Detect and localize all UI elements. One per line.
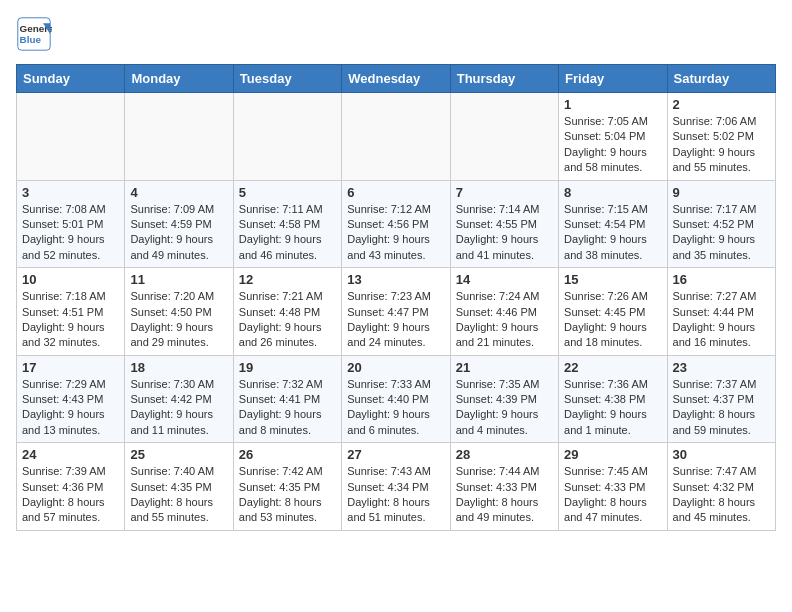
day-number: 6 <box>347 185 444 200</box>
calendar-cell: 6Sunrise: 7:12 AM Sunset: 4:56 PM Daylig… <box>342 180 450 268</box>
calendar-cell: 11Sunrise: 7:20 AM Sunset: 4:50 PM Dayli… <box>125 268 233 356</box>
day-number: 13 <box>347 272 444 287</box>
day-info: Sunrise: 7:37 AM Sunset: 4:37 PM Dayligh… <box>673 377 770 439</box>
calendar-cell: 10Sunrise: 7:18 AM Sunset: 4:51 PM Dayli… <box>17 268 125 356</box>
logo-icon: General Blue <box>16 16 52 52</box>
calendar-cell: 5Sunrise: 7:11 AM Sunset: 4:58 PM Daylig… <box>233 180 341 268</box>
day-info: Sunrise: 7:44 AM Sunset: 4:33 PM Dayligh… <box>456 464 553 526</box>
calendar-cell: 19Sunrise: 7:32 AM Sunset: 4:41 PM Dayli… <box>233 355 341 443</box>
day-info: Sunrise: 7:32 AM Sunset: 4:41 PM Dayligh… <box>239 377 336 439</box>
calendar-cell: 20Sunrise: 7:33 AM Sunset: 4:40 PM Dayli… <box>342 355 450 443</box>
calendar-body: 1Sunrise: 7:05 AM Sunset: 5:04 PM Daylig… <box>17 93 776 531</box>
day-info: Sunrise: 7:26 AM Sunset: 4:45 PM Dayligh… <box>564 289 661 351</box>
calendar-cell <box>125 93 233 181</box>
calendar-cell: 24Sunrise: 7:39 AM Sunset: 4:36 PM Dayli… <box>17 443 125 531</box>
calendar-cell <box>17 93 125 181</box>
day-info: Sunrise: 7:11 AM Sunset: 4:58 PM Dayligh… <box>239 202 336 264</box>
calendar-cell: 7Sunrise: 7:14 AM Sunset: 4:55 PM Daylig… <box>450 180 558 268</box>
day-number: 17 <box>22 360 119 375</box>
day-info: Sunrise: 7:36 AM Sunset: 4:38 PM Dayligh… <box>564 377 661 439</box>
calendar-cell: 28Sunrise: 7:44 AM Sunset: 4:33 PM Dayli… <box>450 443 558 531</box>
day-number: 10 <box>22 272 119 287</box>
day-number: 14 <box>456 272 553 287</box>
week-row-5: 24Sunrise: 7:39 AM Sunset: 4:36 PM Dayli… <box>17 443 776 531</box>
weekday-saturday: Saturday <box>667 65 775 93</box>
calendar-cell: 25Sunrise: 7:40 AM Sunset: 4:35 PM Dayli… <box>125 443 233 531</box>
day-number: 25 <box>130 447 227 462</box>
day-info: Sunrise: 7:43 AM Sunset: 4:34 PM Dayligh… <box>347 464 444 526</box>
weekday-header-row: SundayMondayTuesdayWednesdayThursdayFrid… <box>17 65 776 93</box>
day-number: 29 <box>564 447 661 462</box>
day-number: 20 <box>347 360 444 375</box>
weekday-thursday: Thursday <box>450 65 558 93</box>
weekday-friday: Friday <box>559 65 667 93</box>
day-number: 9 <box>673 185 770 200</box>
day-info: Sunrise: 7:29 AM Sunset: 4:43 PM Dayligh… <box>22 377 119 439</box>
calendar-cell: 27Sunrise: 7:43 AM Sunset: 4:34 PM Dayli… <box>342 443 450 531</box>
calendar-cell: 21Sunrise: 7:35 AM Sunset: 4:39 PM Dayli… <box>450 355 558 443</box>
day-info: Sunrise: 7:47 AM Sunset: 4:32 PM Dayligh… <box>673 464 770 526</box>
weekday-sunday: Sunday <box>17 65 125 93</box>
day-number: 21 <box>456 360 553 375</box>
day-number: 30 <box>673 447 770 462</box>
calendar-cell: 1Sunrise: 7:05 AM Sunset: 5:04 PM Daylig… <box>559 93 667 181</box>
day-number: 7 <box>456 185 553 200</box>
calendar-cell <box>450 93 558 181</box>
day-number: 4 <box>130 185 227 200</box>
calendar-cell: 2Sunrise: 7:06 AM Sunset: 5:02 PM Daylig… <box>667 93 775 181</box>
day-number: 28 <box>456 447 553 462</box>
day-number: 16 <box>673 272 770 287</box>
weekday-tuesday: Tuesday <box>233 65 341 93</box>
calendar-cell: 12Sunrise: 7:21 AM Sunset: 4:48 PM Dayli… <box>233 268 341 356</box>
day-number: 12 <box>239 272 336 287</box>
calendar-cell: 18Sunrise: 7:30 AM Sunset: 4:42 PM Dayli… <box>125 355 233 443</box>
week-row-1: 1Sunrise: 7:05 AM Sunset: 5:04 PM Daylig… <box>17 93 776 181</box>
day-number: 11 <box>130 272 227 287</box>
calendar-cell: 8Sunrise: 7:15 AM Sunset: 4:54 PM Daylig… <box>559 180 667 268</box>
day-info: Sunrise: 7:23 AM Sunset: 4:47 PM Dayligh… <box>347 289 444 351</box>
calendar-cell: 30Sunrise: 7:47 AM Sunset: 4:32 PM Dayli… <box>667 443 775 531</box>
calendar-cell: 13Sunrise: 7:23 AM Sunset: 4:47 PM Dayli… <box>342 268 450 356</box>
day-number: 1 <box>564 97 661 112</box>
calendar-cell: 23Sunrise: 7:37 AM Sunset: 4:37 PM Dayli… <box>667 355 775 443</box>
day-info: Sunrise: 7:18 AM Sunset: 4:51 PM Dayligh… <box>22 289 119 351</box>
day-info: Sunrise: 7:09 AM Sunset: 4:59 PM Dayligh… <box>130 202 227 264</box>
day-info: Sunrise: 7:21 AM Sunset: 4:48 PM Dayligh… <box>239 289 336 351</box>
day-number: 27 <box>347 447 444 462</box>
day-info: Sunrise: 7:20 AM Sunset: 4:50 PM Dayligh… <box>130 289 227 351</box>
day-info: Sunrise: 7:40 AM Sunset: 4:35 PM Dayligh… <box>130 464 227 526</box>
calendar-cell: 22Sunrise: 7:36 AM Sunset: 4:38 PM Dayli… <box>559 355 667 443</box>
day-info: Sunrise: 7:30 AM Sunset: 4:42 PM Dayligh… <box>130 377 227 439</box>
week-row-4: 17Sunrise: 7:29 AM Sunset: 4:43 PM Dayli… <box>17 355 776 443</box>
day-number: 2 <box>673 97 770 112</box>
day-info: Sunrise: 7:08 AM Sunset: 5:01 PM Dayligh… <box>22 202 119 264</box>
week-row-3: 10Sunrise: 7:18 AM Sunset: 4:51 PM Dayli… <box>17 268 776 356</box>
calendar-cell <box>342 93 450 181</box>
day-info: Sunrise: 7:14 AM Sunset: 4:55 PM Dayligh… <box>456 202 553 264</box>
day-number: 8 <box>564 185 661 200</box>
calendar-cell: 3Sunrise: 7:08 AM Sunset: 5:01 PM Daylig… <box>17 180 125 268</box>
day-info: Sunrise: 7:17 AM Sunset: 4:52 PM Dayligh… <box>673 202 770 264</box>
calendar-cell: 9Sunrise: 7:17 AM Sunset: 4:52 PM Daylig… <box>667 180 775 268</box>
day-info: Sunrise: 7:24 AM Sunset: 4:46 PM Dayligh… <box>456 289 553 351</box>
calendar-cell: 4Sunrise: 7:09 AM Sunset: 4:59 PM Daylig… <box>125 180 233 268</box>
calendar-cell <box>233 93 341 181</box>
svg-text:Blue: Blue <box>20 34 42 45</box>
day-info: Sunrise: 7:27 AM Sunset: 4:44 PM Dayligh… <box>673 289 770 351</box>
day-number: 24 <box>22 447 119 462</box>
weekday-monday: Monday <box>125 65 233 93</box>
day-number: 23 <box>673 360 770 375</box>
day-info: Sunrise: 7:42 AM Sunset: 4:35 PM Dayligh… <box>239 464 336 526</box>
day-number: 26 <box>239 447 336 462</box>
day-number: 3 <box>22 185 119 200</box>
calendar: SundayMondayTuesdayWednesdayThursdayFrid… <box>16 64 776 531</box>
day-info: Sunrise: 7:45 AM Sunset: 4:33 PM Dayligh… <box>564 464 661 526</box>
day-info: Sunrise: 7:39 AM Sunset: 4:36 PM Dayligh… <box>22 464 119 526</box>
calendar-cell: 26Sunrise: 7:42 AM Sunset: 4:35 PM Dayli… <box>233 443 341 531</box>
calendar-cell: 16Sunrise: 7:27 AM Sunset: 4:44 PM Dayli… <box>667 268 775 356</box>
day-info: Sunrise: 7:15 AM Sunset: 4:54 PM Dayligh… <box>564 202 661 264</box>
day-number: 15 <box>564 272 661 287</box>
day-info: Sunrise: 7:12 AM Sunset: 4:56 PM Dayligh… <box>347 202 444 264</box>
day-number: 19 <box>239 360 336 375</box>
logo: General Blue <box>16 16 52 52</box>
